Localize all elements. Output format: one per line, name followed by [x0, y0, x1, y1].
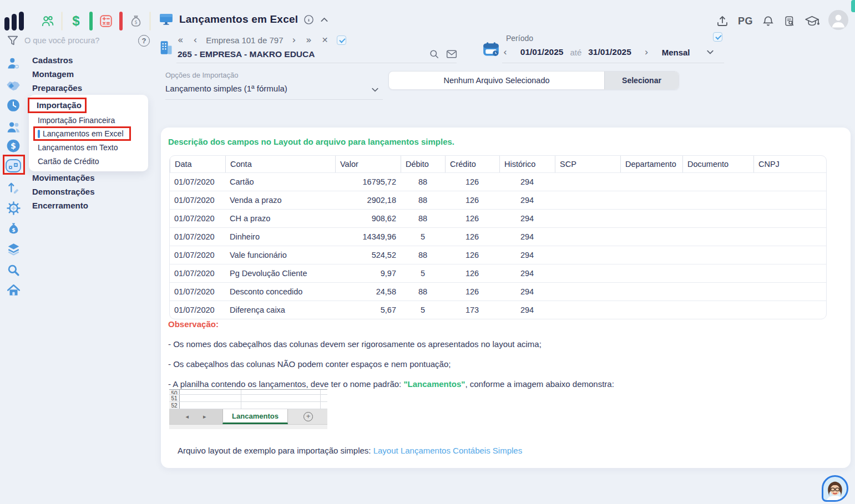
document-search-button[interactable]	[783, 15, 796, 28]
info-icon[interactable]	[303, 14, 314, 25]
quick-users-button[interactable]	[39, 12, 56, 30]
money-bag-icon: $	[129, 14, 143, 28]
upload-button[interactable]	[716, 14, 729, 28]
main-content-card: Descrição dos campos no Layout do arquiv…	[161, 128, 851, 468]
users-icon	[41, 14, 55, 28]
clear-company-button[interactable]: ✕	[321, 35, 330, 44]
cell-valor: 908,62	[335, 214, 401, 223]
rail-tributos-button[interactable]: $	[5, 220, 22, 237]
period-end-date[interactable]: 31/01/2025	[588, 47, 631, 57]
cell-valor: 14349,96	[335, 232, 401, 241]
rail-preparacoes-button[interactable]	[5, 97, 22, 114]
search-icon	[6, 263, 21, 277]
period-label: Período	[506, 34, 533, 43]
last-company-button[interactable]: »	[305, 34, 312, 45]
select-file-button[interactable]: Selecionar	[604, 72, 679, 89]
sidebar-item-preparacoes[interactable]: Preparações	[32, 83, 82, 93]
prev-company-button[interactable]: ‹	[192, 34, 198, 45]
cell-credito: 173	[445, 306, 499, 314]
rail-home-button[interactable]	[5, 282, 22, 299]
cell-historico: 294	[499, 214, 555, 223]
sidebar-item-cadastros[interactable]: Cadastros	[32, 55, 73, 65]
column-header: Departamento	[620, 156, 682, 172]
table-row: 01/07/2020 Pg Devolução Cliente 9,97 5 1…	[170, 264, 826, 282]
cell-data: 01/07/2020	[170, 232, 225, 241]
clock-icon	[6, 98, 21, 113]
sidebar-item-movimentacoes[interactable]: Movimentações	[32, 173, 95, 182]
submenu-lancamentos-excel[interactable]: Lançamentos em Excel	[38, 129, 124, 138]
column-header: Histórico	[499, 156, 555, 172]
cell-conta: Cartão	[225, 177, 335, 186]
cell-valor: 2902,18	[335, 196, 401, 205]
table-row: 01/07/2020 Diferença caixa 5,67 5 173 29…	[170, 301, 826, 319]
next-company-button[interactable]: ›	[291, 34, 297, 45]
user-settings-icon	[6, 56, 21, 71]
filter-icon[interactable]	[7, 34, 19, 47]
envelope-icon	[446, 49, 457, 59]
rail-cadastros-button[interactable]	[5, 55, 22, 72]
divider	[149, 12, 151, 30]
company-mail-button[interactable]	[446, 49, 457, 59]
chat-widget-button[interactable]	[822, 475, 848, 502]
rail-camadas-button[interactable]	[5, 241, 22, 257]
cell-credito: 126	[445, 232, 499, 241]
rail-consultas-button[interactable]	[5, 262, 22, 278]
company-underline	[176, 63, 457, 63]
file-placeholder: Nenhum Arquivo Selecionado	[389, 72, 604, 89]
excel-nav-left-icon: ◂	[185, 413, 189, 420]
education-button[interactable]	[805, 14, 819, 28]
cell-historico: 294	[499, 232, 555, 241]
layers-icon	[6, 242, 21, 256]
next-period-button[interactable]: ›	[644, 47, 650, 58]
layout-example-link[interactable]: Layout Lançamentos Contábeis Simples	[373, 446, 523, 455]
cell-debito: 88	[401, 251, 445, 259]
column-header: Data	[170, 156, 225, 172]
period-controls: ‹ 01/01/2025 até 31/01/2025 › Mensal	[502, 47, 715, 58]
cell-credito: 126	[445, 251, 499, 259]
rail-importacao-button[interactable]	[5, 157, 22, 174]
period-checkbox[interactable]	[713, 32, 722, 42]
period-chevron-down-icon[interactable]	[706, 48, 715, 57]
import-options-select[interactable]: Opções de Importação Lançamento simples …	[165, 71, 383, 100]
options-chevron-down-icon[interactable]	[371, 85, 380, 94]
table-row: 01/07/2020 Venda a prazo 2902,18 88 126 …	[170, 191, 826, 209]
period-mode[interactable]: Mensal	[662, 48, 690, 57]
page-title: Lançamentos em Excel	[179, 13, 298, 26]
red-indicator-bar	[119, 12, 123, 30]
document-search-icon	[783, 15, 796, 28]
submenu-importacao-financeira[interactable]: Importação Financeira	[38, 116, 115, 125]
cell-conta: Pg Devolução Cliente	[225, 269, 335, 278]
rail-financeiro-button[interactable]: $	[5, 138, 22, 154]
layout-table: DataContaValorDébitoCréditoHistóricoSCPD…	[169, 155, 827, 319]
cell-debito: 88	[401, 196, 445, 205]
sidebar-item-importacao[interactable]: Importação	[37, 100, 82, 110]
pg-button[interactable]: PG	[738, 16, 753, 27]
sidebar-item-demonstracoes[interactable]: Demonstrações	[32, 187, 95, 196]
rail-montagem-button[interactable]	[5, 77, 22, 94]
prev-period-button[interactable]: ‹	[502, 47, 508, 58]
company-checkbox[interactable]	[337, 35, 346, 45]
collapse-chevron-up-icon[interactable]	[320, 15, 329, 24]
rail-demonstracoes-button[interactable]	[5, 200, 22, 216]
rail-movimentacoes-button[interactable]	[5, 179, 22, 195]
quick-dollar-button[interactable]: $	[68, 12, 84, 30]
user-avatar[interactable]	[828, 10, 848, 30]
company-search-button[interactable]	[429, 49, 439, 59]
company-name: 265 - EMPRESA - MAKRO EDUCA	[178, 49, 429, 59]
first-company-button[interactable]: «	[176, 34, 184, 45]
submenu-lancamentos-texto[interactable]: Lançamentos em Texto	[38, 143, 118, 152]
sidebar-item-montagem[interactable]: Montagem	[32, 69, 74, 79]
submenu-cartao-credito[interactable]: Cartão de Crédito	[38, 157, 99, 166]
notifications-button[interactable]	[762, 14, 775, 28]
calendar-icon	[483, 42, 499, 57]
excel-row-number: 52	[169, 402, 180, 409]
quick-calculator-button[interactable]	[98, 12, 114, 30]
help-button[interactable]: ?	[138, 35, 150, 47]
search-input[interactable]	[24, 36, 133, 45]
rail-people-button[interactable]	[5, 118, 22, 135]
quick-moneybag-button[interactable]: $	[128, 12, 144, 30]
file-selector: Nenhum Arquivo Selecionado Selecionar	[388, 71, 679, 90]
period-start-date[interactable]: 01/01/2025	[520, 47, 564, 57]
cell-historico: 294	[499, 306, 555, 314]
sidebar-item-encerramento[interactable]: Encerramento	[32, 201, 88, 210]
